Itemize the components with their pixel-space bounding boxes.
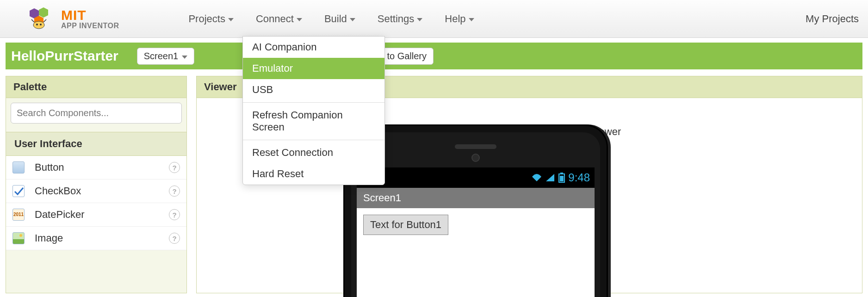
phone-screen: 9:48 Screen1 Text for Button1 — [357, 167, 595, 297]
project-title: HelloPurrStarter — [11, 48, 118, 64]
calendar-icon: 2011 — [12, 209, 25, 221]
image-icon — [12, 232, 25, 244]
phone-camera-icon — [471, 154, 480, 162]
svg-line-7 — [43, 19, 46, 22]
svg-point-3 — [33, 21, 44, 29]
svg-marker-8 — [546, 174, 554, 181]
help-icon[interactable]: ? — [169, 186, 180, 197]
menu-settings-label: Settings — [378, 13, 415, 25]
menu-help[interactable]: Help — [445, 13, 474, 25]
menu-connect-label: Connect — [256, 13, 294, 25]
caret-down-icon — [417, 18, 422, 21]
button-icon — [12, 161, 25, 173]
connect-dropdown: AI Companion Emulator USB Refresh Compan… — [242, 36, 385, 185]
caret-down-icon — [228, 18, 234, 21]
workspace-panels: Palette User Interface Button ? CheckBox… — [6, 76, 862, 293]
my-projects-link[interactable]: My Projects — [806, 13, 859, 25]
screen-title-text: Screen1 — [363, 192, 401, 204]
dropdown-emulator[interactable]: Emulator — [243, 58, 384, 79]
caret-down-icon — [297, 18, 302, 21]
logo-icon — [28, 6, 56, 31]
palette-item-button[interactable]: Button ? — [6, 156, 186, 179]
dropdown-separator — [243, 102, 384, 103]
battery-icon — [558, 173, 565, 183]
menu-connect[interactable]: Connect — [256, 13, 302, 25]
palette-item-image[interactable]: Image ? — [6, 227, 186, 250]
palette-item-label: CheckBox — [35, 185, 81, 197]
signal-icon — [545, 173, 555, 182]
preview-button1[interactable]: Text for Button1 — [363, 215, 448, 235]
dropdown-reset-connection[interactable]: Reset Connection — [243, 142, 384, 163]
android-status-bar: 9:48 — [357, 167, 595, 188]
phone-speaker-icon — [455, 144, 496, 149]
app-canvas[interactable]: Text for Button1 — [357, 208, 595, 241]
top-nav: MIT APP INVENTOR Projects Connect Build … — [0, 0, 868, 38]
dropdown-separator — [243, 140, 384, 140]
dropdown-hard-reset[interactable]: Hard Reset — [243, 163, 384, 185]
caret-down-icon — [350, 18, 355, 21]
status-time: 9:48 — [568, 171, 590, 184]
logo-mit-text: MIT — [61, 8, 119, 22]
svg-point-4 — [36, 24, 38, 25]
wifi-icon — [531, 173, 542, 182]
screen-title-bar: Screen1 — [357, 188, 595, 208]
screen-selector-label: Screen1 — [144, 51, 179, 62]
menu-build-label: Build — [324, 13, 347, 25]
app-logo: MIT APP INVENTOR — [28, 6, 119, 31]
palette-panel: Palette User Interface Button ? CheckBox… — [6, 76, 187, 293]
svg-point-5 — [40, 24, 42, 25]
palette-section-user-interface[interactable]: User Interface — [6, 132, 186, 156]
palette-item-checkbox[interactable]: CheckBox ? — [6, 179, 186, 203]
palette-item-label: Button — [35, 161, 64, 173]
search-components-input[interactable] — [11, 103, 182, 124]
palette-item-datepicker[interactable]: 2011 DatePicker ? — [6, 203, 186, 227]
palette-item-label: DatePicker — [35, 209, 85, 221]
caret-down-icon — [182, 56, 187, 59]
palette-header: Palette — [6, 76, 186, 98]
logo-sub-text: APP INVENTOR — [61, 22, 119, 30]
dropdown-usb[interactable]: USB — [243, 79, 384, 100]
menu-help-label: Help — [445, 13, 465, 25]
main-menu: Projects Connect Build Settings Help — [188, 13, 474, 25]
svg-rect-10 — [560, 173, 563, 174]
menu-projects[interactable]: Projects — [188, 13, 233, 25]
component-list: Button ? CheckBox ? 2011 DatePicker ? Im… — [6, 156, 186, 250]
help-icon[interactable]: ? — [169, 162, 180, 173]
dropdown-ai-companion[interactable]: AI Companion — [243, 37, 384, 58]
menu-build[interactable]: Build — [324, 13, 355, 25]
svg-marker-1 — [39, 7, 48, 18]
help-icon[interactable]: ? — [169, 233, 180, 244]
help-icon[interactable]: ? — [169, 209, 180, 220]
svg-rect-11 — [560, 176, 564, 181]
caret-down-icon — [469, 18, 474, 21]
menu-projects-label: Projects — [188, 13, 225, 25]
screen-selector[interactable]: Screen1 — [137, 48, 195, 65]
svg-line-6 — [31, 19, 34, 22]
palette-item-label: Image — [35, 232, 63, 244]
menu-settings[interactable]: Settings — [378, 13, 423, 25]
checkbox-icon — [12, 185, 25, 197]
dropdown-refresh-companion[interactable]: Refresh Companion Screen — [243, 105, 384, 138]
project-bar: HelloPurrStarter Screen1 Publish to Gall… — [6, 43, 862, 69]
